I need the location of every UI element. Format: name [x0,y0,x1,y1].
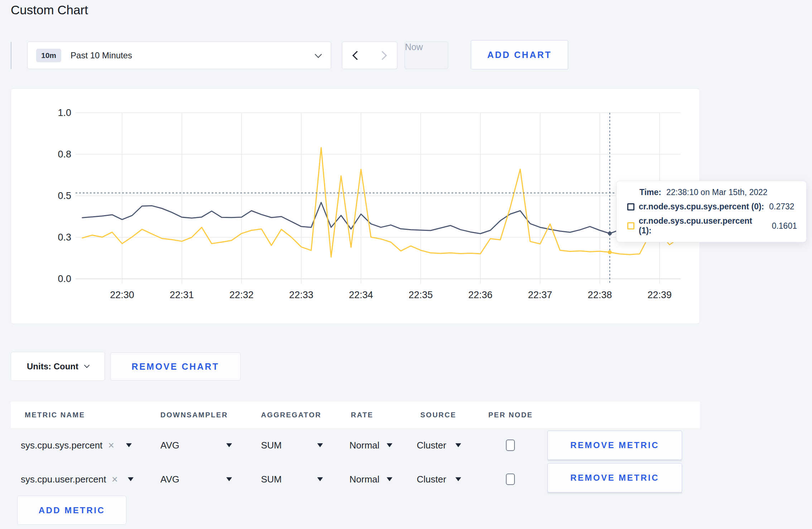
rate-caret-icon[interactable] [387,443,392,447]
sys-series-swatch-icon [627,203,634,210]
chart-card: 1.00.80.50.30.022:3022:3122:3222:3322:34… [11,88,700,324]
add-chart-button[interactable]: ADD CHART [471,40,568,69]
rate-select[interactable]: Normal [349,440,380,451]
tooltip-user-label: cr.node.sys.cpu.user.percent (1): [639,216,767,236]
svg-text:22:32: 22:32 [229,290,254,300]
now-button[interactable]: Now [405,42,448,69]
svg-text:22:30: 22:30 [110,290,134,300]
time-prev-button[interactable] [342,42,370,69]
toolbar-divider [11,42,11,69]
svg-text:22:31: 22:31 [170,290,194,300]
aggregator-select[interactable]: SUM [261,474,282,485]
source-caret-icon[interactable] [455,477,461,481]
remove-metric-button[interactable]: REMOVE METRIC [547,431,682,460]
tooltip-time-label: Time: [639,188,661,197]
source-select[interactable]: Cluster [417,440,446,451]
svg-text:22:34: 22:34 [349,290,373,300]
chevron-down-icon [84,363,90,368]
downsampler-caret-icon[interactable] [226,443,232,447]
svg-text:22:33: 22:33 [289,290,314,300]
col-aggregator: AGGREGATOR [261,411,322,419]
metric-name-value: sys.cpu.user.percent [21,474,106,485]
svg-text:22:38: 22:38 [588,290,612,300]
col-source: SOURCE [420,411,456,419]
tooltip-series-row: cr.node.sys.cpu.user.percent (1): 0.1601 [627,216,797,236]
svg-text:22:35: 22:35 [409,290,433,300]
chevron-right-icon [378,51,387,60]
chart-tooltip: Time: 22:38:10 on Mar 15th, 2022 cr.node… [616,181,807,242]
metrics-chart[interactable]: 1.00.80.50.30.022:3022:3122:3222:3322:34… [11,89,700,324]
col-rate: RATE [351,411,373,419]
time-range-badge: 10m [36,49,61,62]
rate-caret-icon[interactable] [387,477,392,481]
tooltip-series-row: cr.node.sys.cpu.sys.percent (0): 0.2732 [627,202,797,212]
tooltip-sys-label: cr.node.sys.cpu.sys.percent (0): [639,202,764,212]
per-node-checkbox[interactable] [506,474,515,485]
time-range-label: Past 10 Minutes [71,50,132,60]
downsampler-select[interactable]: AVG [160,440,179,451]
remove-chart-button[interactable]: REMOVE CHART [110,353,241,380]
per-node-checkbox[interactable] [506,440,515,451]
units-dropdown[interactable]: Units: Count [11,352,105,381]
source-select[interactable]: Cluster [417,474,446,485]
rate-select[interactable]: Normal [349,474,380,485]
svg-text:0.5: 0.5 [58,190,71,201]
svg-text:22:36: 22:36 [468,290,493,300]
svg-text:0.3: 0.3 [58,232,71,243]
remove-metric-button[interactable]: REMOVE METRIC [547,463,682,492]
user-series-swatch-icon [627,222,634,229]
tooltip-sys-value: 0.2732 [769,202,794,212]
tooltip-user-value: 0.1601 [772,221,797,231]
time-next-button[interactable] [369,42,397,69]
svg-text:1.0: 1.0 [58,107,71,118]
col-metric-name: METRIC NAME [25,411,85,419]
svg-text:0.8: 0.8 [58,149,71,160]
clear-metric-icon[interactable]: × [108,439,114,451]
page-title: Custom Chart [11,3,88,17]
time-range-dropdown[interactable]: 10m Past 10 Minutes [27,42,331,69]
metric-name-value: sys.cpu.sys.percent [21,440,102,451]
units-label: Units: Count [27,361,78,372]
downsampler-select[interactable]: AVG [160,474,179,485]
aggregator-caret-icon[interactable] [317,443,323,447]
tooltip-time-value: 22:38:10 on Mar 15th, 2022 [666,188,768,197]
chevron-left-icon [352,51,361,60]
add-metric-button[interactable]: ADD METRIC [17,496,126,525]
chevron-down-icon [315,51,322,58]
svg-text:22:37: 22:37 [528,290,552,300]
tooltip-time-row: Time: 22:38:10 on Mar 15th, 2022 [639,188,797,197]
source-caret-icon[interactable] [455,443,461,447]
svg-text:0.0: 0.0 [58,273,71,284]
clear-metric-icon[interactable]: × [112,473,118,485]
metrics-table-header: METRIC NAME DOWNSAMPLER AGGREGATOR RATE … [11,402,700,428]
metric-caret-icon[interactable] [128,477,134,481]
col-downsampler: DOWNSAMPLER [160,411,228,419]
metric-caret-icon[interactable] [126,443,132,447]
aggregator-select[interactable]: SUM [261,440,282,451]
col-per-node: PER NODE [488,411,533,419]
aggregator-caret-icon[interactable] [317,477,323,481]
svg-text:22:39: 22:39 [647,290,672,300]
downsampler-caret-icon[interactable] [226,477,232,481]
